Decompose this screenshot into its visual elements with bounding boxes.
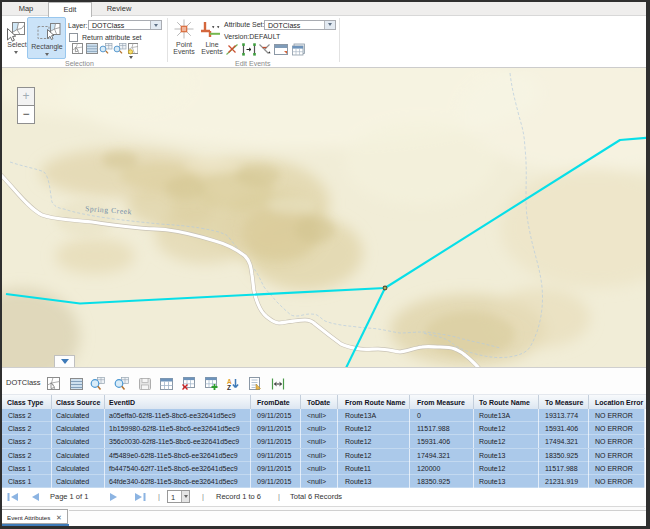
svg-text:Z: Z	[227, 384, 231, 391]
